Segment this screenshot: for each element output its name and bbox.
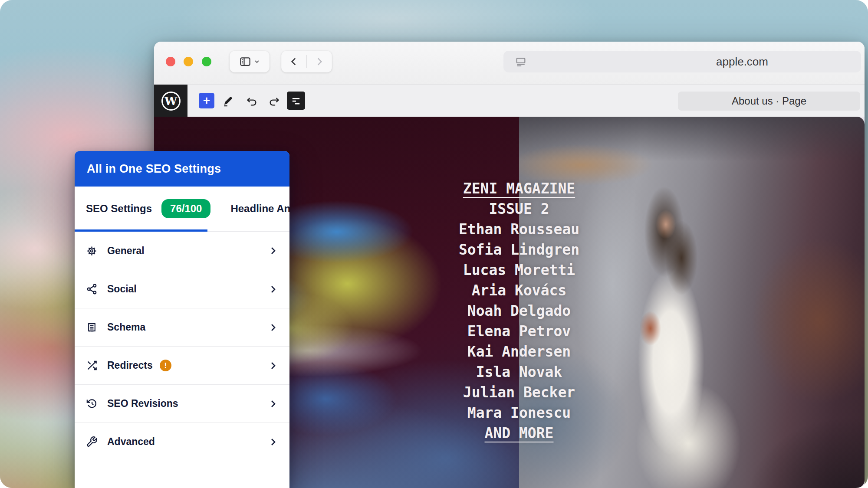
share-icon (86, 283, 98, 295)
edit-mode-button[interactable] (221, 95, 234, 108)
menu-row-general[interactable]: General (75, 232, 289, 270)
shuffle-icon (86, 360, 98, 371)
browser-titlebar: apple.com (154, 42, 865, 84)
menu-label: Social (107, 283, 137, 295)
aioseo-panel-title: All in One SEO Settings (87, 162, 221, 176)
back-button[interactable] (281, 56, 306, 67)
document-title-chip[interactable]: About us · Page (678, 92, 860, 111)
chevron-down-icon (253, 58, 260, 65)
menu-row-advanced[interactable]: Advanced (75, 422, 289, 461)
magazine-line: ISSUE 2 (398, 199, 641, 219)
forward-icon (314, 56, 325, 67)
chevron-right-icon (268, 399, 278, 409)
close-window-button[interactable] (166, 57, 175, 66)
seo-score-badge: 76/100 (161, 199, 210, 218)
menu-row-redirects[interactable]: Redirects ! (75, 346, 289, 384)
redo-icon (268, 95, 280, 107)
document-title: About us · Page (732, 95, 806, 107)
magazine-line: Elena Petrov (398, 321, 641, 341)
aioseo-tabs: SEO Settings 76/100 Headline Analyzer (75, 187, 289, 232)
aioseo-panel-header: All in One SEO Settings (75, 151, 289, 187)
zoom-window-button[interactable] (202, 57, 211, 66)
history-icon (86, 398, 98, 409)
aioseo-menu: General Social (75, 232, 289, 461)
schema-icon (86, 321, 98, 333)
menu-label: Schema (107, 321, 145, 333)
document-overview-button[interactable] (287, 92, 305, 110)
minimize-window-button[interactable] (184, 57, 193, 66)
chevron-right-icon (268, 284, 278, 295)
back-icon (288, 56, 299, 67)
menu-label: SEO Revisions (107, 398, 178, 409)
magazine-line: Isla Novak (398, 362, 641, 382)
magazine-line: Kai Andersen (398, 341, 641, 362)
document-overview-icon (290, 95, 302, 107)
magazine-line: Noah Delgado (398, 301, 641, 321)
menu-label: Advanced (107, 436, 155, 448)
magazine-line: Mara Ionescu (398, 403, 641, 423)
magazine-line: Lucas Moretti (398, 260, 641, 280)
address-bar[interactable]: apple.com (503, 51, 861, 72)
menu-label: Redirects (107, 360, 153, 371)
aioseo-settings-panel: All in One SEO Settings SEO Settings 76/… (75, 151, 289, 488)
add-block-button[interactable]: + (199, 93, 214, 108)
magazine-line: Julian Becker (398, 382, 641, 403)
chevron-right-icon (268, 437, 278, 447)
redirects-warning-badge: ! (160, 360, 171, 371)
magazine-line: Ethan Rousseau (398, 219, 641, 239)
tab-seo-settings[interactable]: SEO Settings (86, 203, 152, 215)
pencil-icon (222, 95, 234, 107)
url-text: apple.com (634, 51, 851, 72)
gear-icon (86, 245, 98, 257)
undo-button[interactable] (245, 95, 258, 108)
forward-button[interactable] (307, 56, 332, 67)
menu-label: General (107, 245, 145, 257)
chevron-right-icon (268, 246, 278, 256)
wp-site-menu-button[interactable]: W (154, 85, 187, 117)
menu-row-schema[interactable]: Schema (75, 308, 289, 346)
wrench-icon (86, 436, 98, 448)
magazine-line: Sofia Lindgren (398, 239, 641, 260)
wordpress-logo-icon: W (161, 92, 181, 111)
page-icon (515, 56, 527, 68)
magazine-line: Aria Kovács (398, 280, 641, 301)
wp-editor-toolbar: W + (154, 84, 865, 117)
menu-row-social[interactable]: Social (75, 270, 289, 308)
menu-row-seo-revisions[interactable]: SEO Revisions (75, 384, 289, 422)
sidebar-icon (239, 55, 252, 68)
screenshot-frame: apple.com W + (0, 0, 868, 488)
magazine-footer-line: AND MORE (398, 423, 641, 443)
magazine-title: ZENI MAGAZINE (398, 178, 641, 199)
navigation-buttons (281, 51, 332, 72)
undo-icon (246, 95, 258, 107)
chevron-right-icon (268, 322, 278, 333)
magazine-text-block: ZENI MAGAZINE ISSUE 2 Ethan Rousseau Sof… (398, 178, 641, 443)
sidebar-toggle-button[interactable] (230, 51, 270, 72)
active-tab-underline (75, 229, 207, 232)
chevron-right-icon (268, 360, 278, 371)
tab-headline-analyzer[interactable]: Headline Analyzer (230, 203, 289, 215)
redo-button[interactable] (268, 95, 281, 108)
